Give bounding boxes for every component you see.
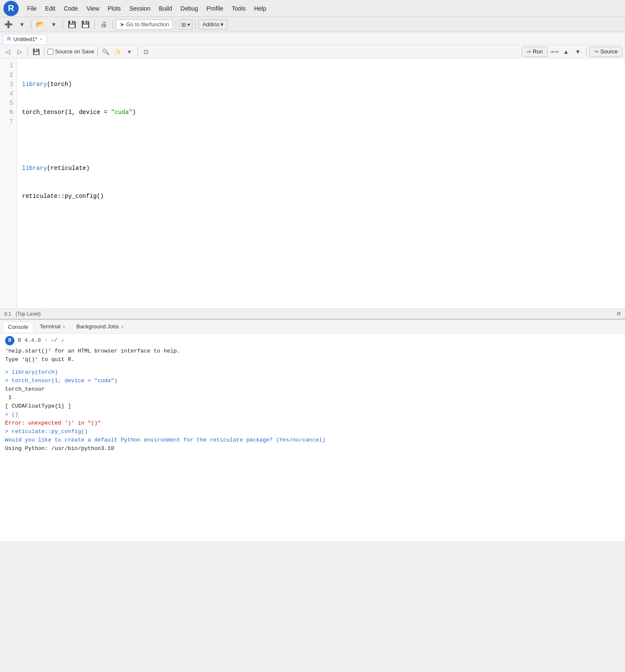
menu-file[interactable]: File — [24, 3, 40, 14]
editor-tab-untitled1[interactable]: R Untitled1* × — [3, 34, 47, 44]
magic-wand-dropdown[interactable]: ▾ — [124, 47, 135, 57]
ed-sep4 — [138, 47, 138, 56]
console-panel: Console Terminal × Background Jobs × R R… — [0, 319, 625, 541]
compile-button[interactable]: ⊡ — [141, 47, 151, 57]
editor-panel: R Untitled1* × ◁ ▷ 💾 Source on Save 🔍 ✨ … — [0, 32, 625, 319]
line-num-4: 4 — [3, 89, 13, 98]
console-python-env-prompt: Would you like to create a default Pytho… — [5, 436, 620, 444]
language-indicator: R — [617, 311, 621, 317]
save-all-button[interactable]: 💾 — [80, 19, 91, 30]
goto-arrow-icon: ➤ — [120, 21, 124, 28]
main-toolbar: ➕ ▾ 📂 ▾ 💾 💾 🖨 ➤ Go to file/function ⊞ ▾ … — [0, 17, 625, 32]
background-jobs-tab-label: Background Jobs — [76, 323, 119, 330]
line-numbers: 1 2 3 4 5 6 7 — [0, 58, 17, 308]
goto-label: Go to file/function — [126, 21, 169, 28]
redo-button[interactable]: ▷ — [14, 47, 25, 57]
console-library-torch: > library(torch) — [5, 368, 620, 377]
new-file-button[interactable]: ➕ — [3, 19, 14, 30]
menu-view[interactable]: View — [83, 3, 102, 14]
magic-wand-button[interactable]: ✨ — [113, 47, 123, 57]
terminal-close-icon[interactable]: × — [63, 324, 65, 329]
tab-close-button[interactable]: × — [40, 36, 42, 42]
line-num-3: 3 — [3, 80, 13, 89]
sep4 — [113, 20, 113, 29]
line-num-1: 1 — [3, 61, 13, 70]
run-arrow-icon: ⇒ — [526, 48, 531, 55]
menu-build[interactable]: Build — [155, 3, 175, 14]
save-editor-button[interactable]: 💾 — [31, 47, 41, 57]
run-up-button[interactable]: ▲ — [561, 47, 571, 57]
console-tab-label: Console — [8, 324, 28, 330]
ed-sep2 — [44, 47, 44, 56]
run-button[interactable]: ⇒ Run — [522, 47, 548, 57]
console-empty-parens: > () — [5, 411, 620, 419]
bg-jobs-close-icon[interactable]: × — [121, 324, 124, 329]
r-version-text: R 4.4.0 · ~/ — [18, 336, 58, 345]
source-button[interactable]: ⇒ Source — [589, 47, 622, 57]
print-button[interactable]: 🖨 — [98, 19, 110, 30]
menu-code[interactable]: Code — [61, 3, 81, 14]
run-prev-button[interactable]: ⇒⇒ — [549, 47, 559, 57]
source-on-save-text: Source on Save — [55, 48, 94, 55]
console-torch-tensor: > torch_tensor(1, device = "cuda") — [5, 377, 620, 385]
menubar: R File Edit Code View Plots Session Buil… — [0, 0, 625, 17]
console-tab-console[interactable]: Console — [3, 322, 34, 332]
sep6 — [195, 20, 196, 29]
console-link-icon[interactable]: ↗ — [61, 336, 64, 345]
code-line-4: library(reticulate) — [22, 164, 620, 173]
source-arrow-icon: ⇒ — [594, 48, 599, 55]
open-file-dropdown[interactable]: ▾ — [48, 19, 60, 30]
goto-file-button[interactable]: ➤ Go to file/function — [116, 19, 173, 30]
console-line-quit: Type 'q()' to quit R. — [5, 355, 620, 364]
line-num-7: 7 — [3, 117, 13, 126]
console-header: R R 4.4.0 · ~/ ↗ — [5, 336, 620, 345]
terminal-tab-label: Terminal — [40, 323, 61, 330]
line-num-6: 6 — [3, 108, 13, 117]
code-line-7 — [22, 247, 620, 257]
open-file-button[interactable]: 📂 — [34, 19, 46, 30]
line-num-5: 5 — [3, 98, 13, 108]
addins-label: Addins — [202, 21, 219, 28]
undo-button[interactable]: ◁ — [3, 47, 13, 57]
console-out-1: 1 — [5, 394, 620, 402]
grid-button[interactable]: ⊞ ▾ — [179, 19, 192, 30]
console-tab-background-jobs[interactable]: Background Jobs × — [71, 322, 129, 331]
console-reticulate: > reticulate::py_config() — [5, 428, 620, 436]
console-output[interactable]: R R 4.4.0 · ~/ ↗ 'help.start()' for an H… — [0, 333, 625, 541]
grid-icon: ⊞ — [181, 21, 186, 28]
save-button[interactable]: 💾 — [66, 19, 78, 30]
menu-edit[interactable]: Edit — [42, 3, 59, 14]
menu-profile[interactable]: Profile — [203, 3, 227, 14]
code-line-6 — [22, 219, 620, 229]
search-button[interactable]: 🔍 — [101, 47, 111, 57]
r-logo: R — [3, 1, 19, 16]
source-on-save-label: Source on Save — [47, 48, 94, 55]
menu-debug[interactable]: Debug — [177, 3, 201, 14]
code-editor-area[interactable]: 1 2 3 4 5 6 7 library(torch) torch_tenso… — [0, 58, 625, 308]
editor-tab-bar: R Untitled1* × — [0, 32, 625, 45]
run-label: Run — [533, 48, 543, 55]
addins-chevron-icon: ▾ — [221, 21, 224, 28]
menu-help[interactable]: Help — [251, 3, 270, 14]
sep3 — [94, 20, 95, 29]
console-error-line: Error: unexpected ')' in "()" — [5, 419, 620, 428]
line-num-2: 2 — [3, 70, 13, 80]
sep1 — [31, 20, 31, 29]
source-on-save-checkbox[interactable] — [47, 49, 53, 55]
console-tab-terminal[interactable]: Terminal × — [35, 322, 71, 331]
menu-tools[interactable]: Tools — [228, 3, 249, 14]
code-content[interactable]: library(torch) torch_tensor(1, device = … — [17, 58, 625, 308]
console-out-cuda-type: [ CUDAFloatType{1} ] — [5, 402, 620, 411]
new-file-dropdown[interactable]: ▾ — [16, 19, 28, 30]
addins-button[interactable]: Addins ▾ — [199, 19, 227, 30]
editor-toolbar: ◁ ▷ 💾 Source on Save 🔍 ✨ ▾ ⊡ ⇒ Run ⇒⇒ ▲ … — [0, 45, 625, 58]
run-down-button[interactable]: ▼ — [573, 47, 583, 57]
console-tab-bar: Console Terminal × Background Jobs × — [0, 320, 625, 333]
editor-status-bar: 6:1 (Top Level) R — [0, 308, 625, 319]
tab-title: Untitled1* — [14, 36, 37, 42]
console-out-torch-tensor: torch_tensor — [5, 385, 620, 394]
menu-session[interactable]: Session — [126, 3, 154, 14]
menu-plots[interactable]: Plots — [104, 3, 124, 14]
grid-dropdown-icon: ▾ — [187, 21, 190, 28]
sep2 — [63, 20, 63, 29]
